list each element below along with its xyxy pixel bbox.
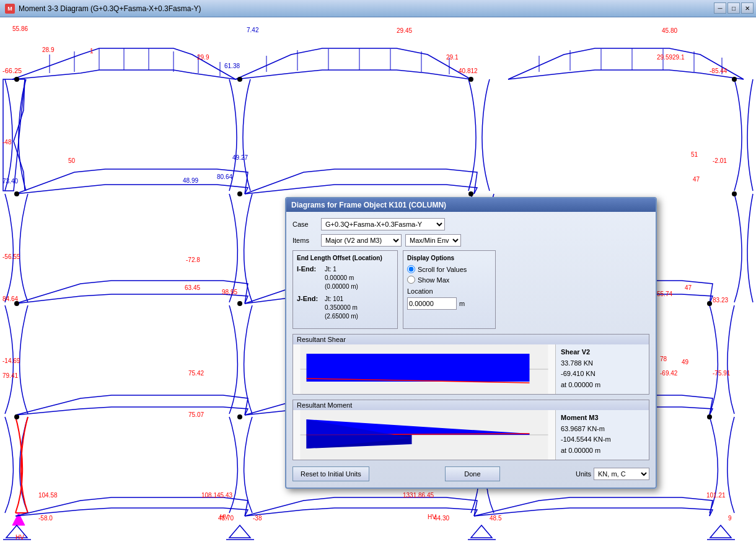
minimize-button[interactable]: ─ [714,2,726,14]
j-end-values: Jt: 101 0.350000 m (2.65000 m) [325,295,358,321]
svg-point-45 [14,414,19,419]
j-end-jt: Jt: 101 [325,295,358,304]
svg-text:29.1: 29.1 [446,54,459,61]
svg-text:75.42: 75.42 [188,370,204,377]
scroll-values-row[interactable]: Scroll for Values [407,265,491,273]
location-label: Location [407,287,491,295]
svg-text:-2.01: -2.01 [713,157,727,164]
end-length-panel: End Length Offset (Location) I-End: Jt: … [292,250,398,329]
j-end-label: J-End: [297,295,325,302]
i-end-val2: (0.00000 m) [325,282,358,291]
svg-text:63.45: 63.45 [185,284,200,291]
i-end-jt: Jt: 1 [325,265,358,274]
svg-text:-66.25: -66.25 [2,67,22,74]
show-max-radio[interactable] [407,276,415,284]
svg-text:-58.0: -58.0 [38,515,53,522]
shear-section: Resultant Shear [292,334,649,460]
svg-text:-72.8: -72.8 [186,256,200,263]
moment-values: Moment M3 63.9687 KN-m -104.5544 KN-m at… [556,410,649,460]
i-end-row: I-End: Jt: 1 0.00000 m (0.00000 m) [297,265,393,291]
svg-text:1: 1 [90,48,94,55]
svg-text:98.95: 98.95 [222,289,237,295]
moment-val3: at 0.00000 m [561,445,644,457]
done-button[interactable]: Done [445,466,499,481]
svg-text:-69.42: -69.42 [660,370,678,377]
svg-point-37 [14,191,19,196]
svg-text:48.99: 48.99 [183,177,198,184]
units-row: Units KN, m, C [576,468,649,480]
svg-text:40.812: 40.812 [459,68,478,74]
location-input[interactable]: 0.00000 [407,297,457,310]
svg-text:7.42: 7.42 [247,27,259,33]
svg-text:50: 50 [68,157,76,164]
display-options-panel: Display Options Scroll for Values Show M… [403,250,496,329]
svg-text:55.86: 55.86 [12,25,28,32]
svg-text:29.9: 29.9 [197,54,209,61]
svg-text:HV: HV [220,514,229,520]
svg-text:49.27: 49.27 [232,154,248,161]
svg-text:48.5: 48.5 [490,515,502,522]
svg-text:80.64: 80.64 [217,173,232,180]
env-select[interactable]: Max/Min Env [405,234,461,247]
j-end-row: J-End: Jt: 101 0.350000 m (2.65000 m) [297,295,393,321]
window-title: Moment 3-3 Diagram (G+0.3Q+Fasma-X+0.3Fa… [19,4,201,13]
svg-point-46 [237,414,242,419]
svg-text:45.80: 45.80 [662,27,677,34]
svg-text:HV: HV [428,514,436,520]
location-input-row: 0.00000 m [407,297,491,310]
svg-text:47: 47 [685,284,692,291]
shear-panel-title: Resultant Shear [293,335,649,344]
items-select[interactable]: Major (V2 and M3) [321,234,402,247]
canvas-area: -66.25 28.9 1 55.86 -48 50 -56.55 -72.8 … [0,17,756,547]
moment-val1: 63.9687 KN-m [561,424,644,435]
shear-val1: 33.788 KN [561,358,644,369]
svg-point-33 [14,77,19,82]
items-label: Items [292,237,317,244]
units-select[interactable]: KN, m, C [594,468,649,480]
app-icon: M [5,4,15,14]
shear-val2: -69.410 KN [561,369,644,380]
svg-text:-56.55: -56.55 [2,253,20,260]
title-bar: M Moment 3-3 Diagram (G+0.3Q+Fasma-X+0.3… [0,0,756,17]
scroll-values-radio[interactable] [407,265,415,273]
svg-text:51: 51 [691,151,698,158]
units-label: Units [576,470,591,478]
svg-text:84.64: 84.64 [2,295,18,302]
show-max-label: Show Max [418,276,449,284]
scroll-values-label: Scroll for Values [418,266,467,273]
j-end-val1: 0.350000 m [325,304,358,312]
svg-text:-14.69: -14.69 [2,357,20,364]
i-end-values: Jt: 1 0.00000 m (0.00000 m) [325,265,358,291]
maximize-button[interactable]: □ [727,2,740,14]
svg-point-38 [237,191,242,196]
svg-text:55.74: 55.74 [657,291,672,297]
svg-text:78: 78 [660,356,667,362]
case-label: Case [292,221,317,228]
svg-point-44 [707,301,712,306]
window-controls[interactable]: ─ □ ✕ [714,2,754,14]
shear-val3: at 0.00000 m [561,380,644,391]
case-select[interactable]: G+0.3Q+Fasma-X+0.3Fasma-Y [321,218,445,230]
moment-chart-inner: Moment M3 63.9687 KN-m -104.5544 KN-m at… [293,410,649,460]
svg-text:104.58: 104.58 [38,492,58,499]
reset-button[interactable]: Reset to Initial Units [292,466,369,481]
svg-text:9: 9 [728,515,732,522]
svg-point-42 [237,301,242,306]
button-row: Reset to Initial Units Done Units KN, m,… [292,466,649,481]
i-end-label: I-End: [297,265,325,273]
case-row: Case G+0.3Q+Fasma-X+0.3Fasma-Y [292,218,649,230]
moment-val2: -104.5544 KN-m [561,434,644,445]
shear-v2-title: Shear V2 [561,347,644,358]
moment-panel-title: Resultant Moment [293,400,649,410]
svg-text:1331.86.45: 1331.86.45 [403,492,434,499]
svg-text:75.07: 75.07 [188,411,204,418]
svg-point-35 [468,77,473,82]
svg-text:29.1: 29.1 [672,54,685,61]
svg-text:-48: -48 [2,139,12,146]
close-button[interactable]: ✕ [741,2,754,14]
shear-values: Shear V2 33.788 KN -69.410 KN at 0.00000… [556,344,649,394]
display-options-title: Display Options [407,255,491,261]
show-max-row[interactable]: Show Max [407,276,491,284]
svg-text:61.38: 61.38 [224,63,240,69]
svg-text:-38: -38 [253,515,262,522]
